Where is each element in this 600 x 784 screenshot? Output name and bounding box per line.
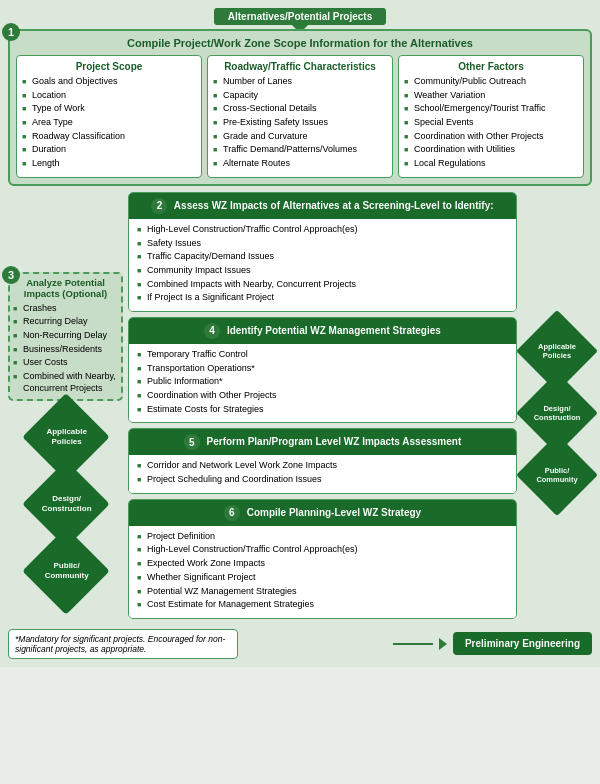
list-item: Crashes <box>13 303 118 315</box>
step5-title: Perform Plan/Program Level WZ Impacts As… <box>207 436 462 447</box>
right-public-community-diamond: Public/ Community <box>516 434 598 516</box>
roadway-list: Number of Lanes Capacity Cross-Sectional… <box>213 76 387 170</box>
list-item: Weather Variation <box>404 90 578 102</box>
right-applicable-policies-label: Applicable Policies <box>532 342 582 360</box>
step1-badge: 1 <box>2 23 20 41</box>
list-item: Expected Work Zone Impacts <box>137 558 508 570</box>
list-item: Traffic Capacity/Demand Issues <box>137 251 508 263</box>
step4-box: 4 Identify Potential WZ Management Strat… <box>128 317 517 423</box>
left-public-community-label: Public/ Community <box>38 562 93 581</box>
top-arrow-section: Alternatives/Potential Projects <box>8 8 592 25</box>
step4-title: Identify Potential WZ Management Strateg… <box>227 325 441 336</box>
list-item: Cost Estimate for Management Strategies <box>137 599 508 611</box>
step2-title: Assess WZ Impacts of Alternatives at a S… <box>174 199 494 210</box>
right-column: Applicable Policies Design/ Construction… <box>522 192 592 624</box>
left-public-community-diamond: Public/ Community <box>22 528 110 616</box>
list-item: Type of Work <box>22 103 196 115</box>
list-item: School/Emergency/Tourist Traffic <box>404 103 578 115</box>
list-item: Transportation Operations* <box>137 363 508 375</box>
step3-title: Analyze Potential Impacts (Optional) <box>13 277 118 300</box>
step4-badge: 4 <box>204 323 220 339</box>
right-diamonds: Applicable Policies Design/ Construction… <box>522 322 592 504</box>
step5-badge: 5 <box>184 434 200 450</box>
list-item: Non-Recurring Delay <box>13 330 118 342</box>
step2-badge: 2 <box>151 198 167 214</box>
list-item: Roadway Classification <box>22 131 196 143</box>
list-item: Potential WZ Management Strategies <box>137 586 508 598</box>
list-item: Area Type <box>22 117 196 129</box>
prelim-eng-section: Preliminary Engineering <box>393 632 592 655</box>
left-applicable-policies-label: Applicable Policies <box>38 428 93 447</box>
main-flow: 3 Analyze Potential Impacts (Optional) C… <box>8 192 592 624</box>
step3-list: Crashes Recurring Delay Non-Recurring De… <box>13 303 118 395</box>
right-public-community-label: Public/ Community <box>532 466 582 484</box>
step2-content: High-Level Construction/Traffic Control … <box>129 219 516 311</box>
step5-box: 5 Perform Plan/Program Level WZ Impacts … <box>128 428 517 493</box>
step4-header: 4 Identify Potential WZ Management Strat… <box>129 318 516 344</box>
step5-header: 5 Perform Plan/Program Level WZ Impacts … <box>129 429 516 455</box>
step3-panel: 3 Analyze Potential Impacts (Optional) C… <box>8 272 123 402</box>
list-item: Project Scheduling and Coordination Issu… <box>137 474 508 486</box>
left-design-construction-label: Design/ Construction <box>38 495 93 514</box>
list-item: Goals and Objectives <box>22 76 196 88</box>
list-item: Community/Public Outreach <box>404 76 578 88</box>
list-item: Location <box>22 90 196 102</box>
footnote: *Mandatory for significant projects. Enc… <box>8 629 238 659</box>
list-item: Number of Lanes <box>213 76 387 88</box>
list-item: Business/Residents <box>13 344 118 356</box>
list-item: Special Events <box>404 117 578 129</box>
other-factors-list: Community/Public Outreach Weather Variat… <box>404 76 578 170</box>
page: Alternatives/Potential Projects 1 Compil… <box>0 0 600 667</box>
step5-list: Corridor and Network Level Work Zone Imp… <box>137 460 508 485</box>
list-item: Grade and Curvature <box>213 131 387 143</box>
step4-content: Temporary Traffic Control Transportation… <box>129 344 516 422</box>
step6-badge: 6 <box>224 505 240 521</box>
step2-header: 2 Assess WZ Impacts of Alternatives at a… <box>129 193 516 219</box>
list-item: Coordination with Utilities <box>404 144 578 156</box>
list-item: Local Regulations <box>404 158 578 170</box>
step6-list: Project Definition High-Level Constructi… <box>137 531 508 611</box>
project-scope-list: Goals and Objectives Location Type of Wo… <box>22 76 196 170</box>
bottom-section: *Mandatory for significant projects. Enc… <box>8 629 592 659</box>
step6-header: 6 Compile Planning-Level WZ Strategy <box>129 500 516 526</box>
list-item: Estimate Costs for Strategies <box>137 404 508 416</box>
list-item: Alternate Routes <box>213 158 387 170</box>
roadway-title: Roadway/Traffic Characteristics <box>213 61 387 72</box>
list-item: Whether Significant Project <box>137 572 508 584</box>
list-item: Pre-Existing Safety Issues <box>213 117 387 129</box>
other-factors-title: Other Factors <box>404 61 578 72</box>
arrow-right-icon <box>439 638 447 650</box>
list-item: Safety Issues <box>137 238 508 250</box>
roadway-box: Roadway/Traffic Characteristics Number o… <box>207 55 393 178</box>
list-item: Coordination with Other Projects <box>137 390 508 402</box>
list-item: Project Definition <box>137 531 508 543</box>
list-item: Public Information* <box>137 376 508 388</box>
step1-columns: Project Scope Goals and Objectives Locat… <box>16 55 584 178</box>
top-arrow-label: Alternatives/Potential Projects <box>228 11 373 22</box>
list-item: Coordination with Other Projects <box>404 131 578 143</box>
list-item: Community Impact Issues <box>137 265 508 277</box>
step6-title: Compile Planning-Level WZ Strategy <box>247 506 421 517</box>
list-item: High-Level Construction/Traffic Control … <box>137 544 508 556</box>
list-item: High-Level Construction/Traffic Control … <box>137 224 508 236</box>
project-scope-title: Project Scope <box>22 61 196 72</box>
left-column: 3 Analyze Potential Impacts (Optional) C… <box>8 192 123 624</box>
project-scope-box: Project Scope Goals and Objectives Locat… <box>16 55 202 178</box>
list-item: Length <box>22 158 196 170</box>
step1-title: Compile Project/Work Zone Scope Informat… <box>16 37 584 49</box>
list-item: Recurring Delay <box>13 316 118 328</box>
list-item: Corridor and Network Level Work Zone Imp… <box>137 460 508 472</box>
step2-list: High-Level Construction/Traffic Control … <box>137 224 508 304</box>
step4-list: Temporary Traffic Control Transportation… <box>137 349 508 415</box>
list-item: Temporary Traffic Control <box>137 349 508 361</box>
center-column: 2 Assess WZ Impacts of Alternatives at a… <box>128 192 517 624</box>
left-diamonds: Applicable Policies Design/ Construction… <box>8 406 123 602</box>
list-item: Cross-Sectional Details <box>213 103 387 115</box>
prelim-eng-label: Preliminary Engineering <box>453 632 592 655</box>
list-item: Capacity <box>213 90 387 102</box>
right-design-construction-label: Design/ Construction <box>532 404 582 422</box>
list-item: Traffic Demand/Patterns/Volumes <box>213 144 387 156</box>
list-item: If Project Is a Significant Project <box>137 292 508 304</box>
list-item: User Costs <box>13 357 118 369</box>
step3-badge: 3 <box>2 266 20 284</box>
